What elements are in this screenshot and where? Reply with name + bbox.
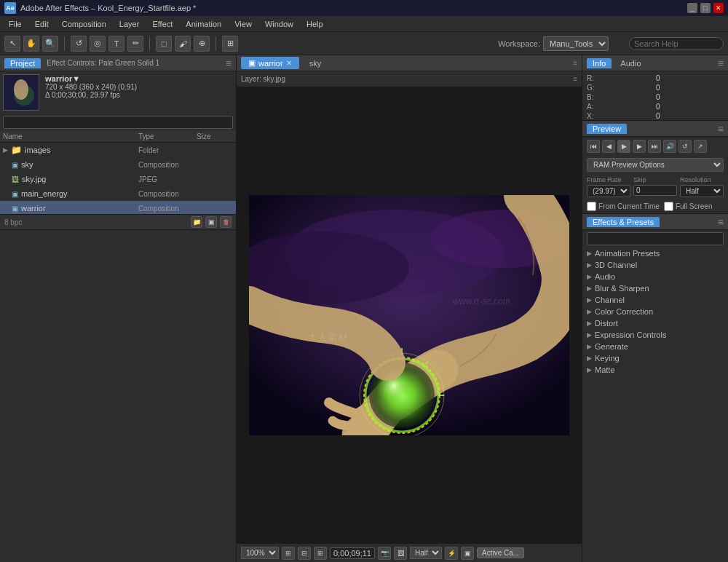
viewer-menu-btn[interactable]: ≡ (573, 75, 577, 83)
menu-view[interactable]: View (229, 18, 258, 30)
svg-text:大人素材: 大人素材 (307, 331, 348, 343)
window-controls[interactable]: _ □ ✕ (687, 3, 724, 13)
grid-btn[interactable]: ⊞ (314, 547, 327, 560)
effect-category-3d[interactable]: ▶ 3D Channel (582, 259, 728, 271)
tab-info[interactable]: Info (587, 58, 612, 68)
file-row[interactable]: ▣ sky Composition (0, 157, 236, 172)
transparency-btn[interactable]: ▣ (461, 547, 474, 560)
expand-arrow[interactable]: ▶ (3, 146, 8, 154)
fast-preview-btn[interactable]: ⚡ (445, 547, 458, 560)
effect-category-generate[interactable]: ▶ Generate (582, 341, 728, 352)
effects-presets-menu[interactable]: ≡ (718, 216, 724, 228)
effect-category-expression[interactable]: ▶ Expression Controls (582, 329, 728, 341)
file-label: sky.jpg (22, 175, 46, 183)
project-panel-menu[interactable]: ≡ (226, 58, 232, 69)
prev-frame-btn[interactable]: ◀ (602, 140, 615, 153)
canvas-area: 大人素材 www.rr-sc.com (237, 87, 582, 543)
viewer-timecode[interactable]: 0;00;09;11 (330, 547, 375, 559)
effect-category-color[interactable]: ▶ Color Correction (582, 306, 728, 317)
fit-to-view-btn[interactable]: ⊞ (282, 547, 295, 560)
comp-icon: ▣ (12, 161, 18, 169)
loop-btn[interactable]: ↺ (678, 140, 692, 153)
full-screen-checkbox[interactable] (664, 202, 673, 211)
clone-tool[interactable]: ⊕ (194, 36, 210, 52)
file-row-selected[interactable]: ▣ warrior Composition (0, 201, 236, 214)
maximize-button[interactable]: □ (700, 3, 711, 13)
snapshot-btn[interactable]: 📷 (378, 547, 391, 560)
ram-options-select[interactable]: RAM Preview Options (587, 158, 724, 172)
skip-input[interactable] (633, 185, 677, 196)
effect-category-channel[interactable]: ▶ Channel (582, 294, 728, 306)
effect-category-audio[interactable]: ▶ Audio (582, 271, 728, 282)
comp-tab-close[interactable]: ✕ (286, 59, 292, 67)
effect-category-blur[interactable]: ▶ Blur & Sharpen (582, 282, 728, 294)
close-button[interactable]: ✕ (713, 3, 724, 13)
from-current-check[interactable]: From Current Time (587, 202, 660, 211)
file-label: main_energy (21, 189, 68, 198)
file-type: Composition (138, 190, 197, 198)
comp-tab-sky[interactable]: sky (302, 58, 329, 69)
ram-prev-btn[interactable]: ↗ (694, 140, 707, 153)
zoom-tool[interactable]: 🔍 (42, 36, 58, 52)
info-panel-menu[interactable]: ≡ (718, 58, 724, 69)
effect-category-keying[interactable]: ▶ Keying (582, 352, 728, 364)
effect-category-distort[interactable]: ▶ Distort (582, 317, 728, 329)
effect-category-animation[interactable]: ▶ Animation Presets (582, 248, 728, 259)
title-bar: Ae Adobe After Effects – Kool_Energy_Sta… (0, 0, 728, 16)
quality-select[interactable]: Half (410, 547, 442, 559)
active-camera-btn[interactable]: Active Ca... (477, 547, 524, 558)
file-row[interactable]: ▣ main_energy Composition (0, 186, 236, 201)
file-row[interactable]: ▶ 📁 images Folder (0, 143, 236, 157)
from-current-checkbox[interactable] (587, 202, 596, 211)
effect-category-matte[interactable]: ▶ Matte (582, 364, 728, 376)
safe-zones-btn[interactable]: ⊟ (298, 547, 311, 560)
zoom-select[interactable]: 100% (241, 547, 279, 559)
shape-tool[interactable]: □ (156, 36, 172, 52)
pen-tool[interactable]: ✏ (127, 36, 143, 52)
rotate-tool[interactable]: ↺ (71, 36, 87, 52)
frame-rate-input[interactable]: (29.97) (587, 185, 630, 197)
last-frame-btn[interactable]: ⏭ (648, 140, 661, 153)
selection-tool[interactable]: ↖ (4, 36, 20, 52)
first-frame-btn[interactable]: ⏮ (587, 140, 600, 153)
menu-file[interactable]: File (3, 18, 28, 30)
tab-preview[interactable]: Preview (587, 124, 627, 134)
workspace-select[interactable]: Manu_Tools (543, 36, 609, 51)
comp-tab-warrior[interactable]: ▣ warrior ✕ (241, 57, 299, 69)
app-title: Adobe After Effects – Kool_Energy_Startf… (20, 4, 683, 12)
effect-category-label: 3D Channel (595, 261, 637, 269)
new-comp-btn[interactable]: ▣ (205, 216, 217, 228)
menu-composition[interactable]: Composition (56, 18, 112, 30)
text-tool[interactable]: T (108, 36, 124, 52)
project-search-input[interactable] (3, 116, 233, 129)
menu-animation[interactable]: Animation (180, 18, 227, 30)
puppet-tool[interactable]: ⊞ (222, 36, 238, 52)
menu-layer[interactable]: Layer (114, 18, 146, 30)
full-screen-check[interactable]: Full Screen (664, 202, 713, 211)
file-row[interactable]: 🖼 sky.jpg JPEG (0, 172, 236, 186)
menu-effect[interactable]: Effect (146, 18, 178, 30)
minimize-button[interactable]: _ (687, 3, 697, 13)
next-frame-btn[interactable]: ▶ (633, 140, 646, 153)
resolution-select[interactable]: Half (680, 185, 724, 197)
paint-tool[interactable]: 🖌 (175, 36, 191, 52)
audio-btn[interactable]: 🔊 (663, 140, 676, 153)
tab-audio[interactable]: Audio (614, 58, 646, 68)
search-help-input[interactable] (629, 37, 724, 50)
composition-header: ▣ warrior ✕ sky ≡ (237, 55, 582, 71)
tab-project[interactable]: Project (4, 58, 41, 68)
tab-effects-presets[interactable]: Effects & Presets (587, 217, 660, 227)
menu-window[interactable]: Window (259, 18, 299, 30)
app-icon: Ae (4, 2, 16, 14)
camera-orbit[interactable]: ◎ (90, 36, 106, 52)
hand-tool[interactable]: ✋ (23, 36, 39, 52)
play-btn[interactable]: ▶ (617, 140, 630, 153)
menu-help[interactable]: Help (301, 18, 329, 30)
preview-panel-menu[interactable]: ≡ (718, 123, 724, 135)
effects-search-input[interactable] (587, 232, 724, 245)
show-snapshot-btn[interactable]: 🖼 (394, 547, 407, 560)
new-folder-btn[interactable]: 📁 (191, 216, 202, 228)
menu-edit[interactable]: Edit (29, 18, 55, 30)
delete-btn[interactable]: 🗑 (220, 216, 232, 228)
comp-menu-btn[interactable]: ≡ (573, 59, 577, 67)
